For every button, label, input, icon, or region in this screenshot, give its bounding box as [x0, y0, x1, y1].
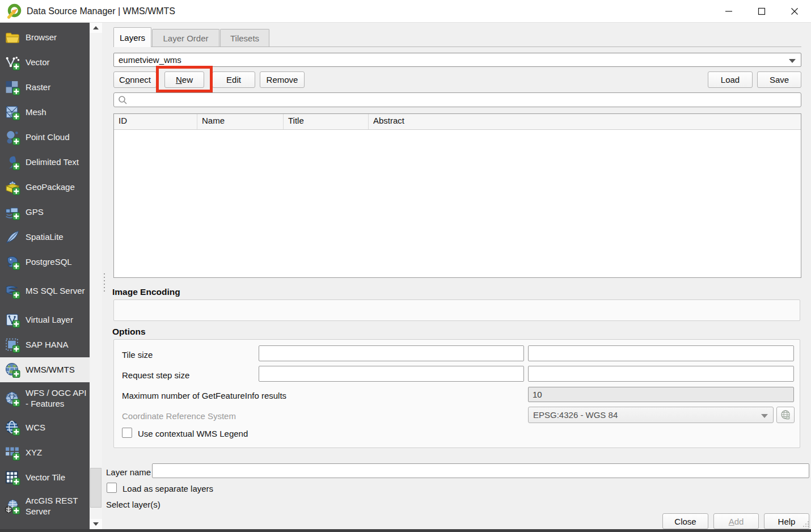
- sidebar-item-geopackage[interactable]: GeoPackage: [0, 175, 90, 200]
- tile-size-label: Tile size: [122, 350, 153, 360]
- close-icon: [790, 7, 799, 16]
- column-header-abstract[interactable]: Abstract: [369, 114, 801, 129]
- layer-name-input[interactable]: [152, 463, 809, 478]
- sap-hana-icon: [5, 337, 20, 353]
- minimize-button[interactable]: [712, 0, 745, 23]
- crs-select-button[interactable]: [776, 407, 795, 423]
- scroll-up-button[interactable]: [90, 23, 102, 33]
- connect-button[interactable]: Connect: [113, 71, 157, 88]
- mesh-icon: [5, 105, 20, 120]
- sidebar-scrollbar[interactable]: [90, 23, 102, 529]
- tile-size-width-input[interactable]: [259, 345, 524, 361]
- window-title: Data Source Manager | WMS/WMTS: [27, 6, 175, 16]
- column-header-name[interactable]: Name: [197, 114, 284, 129]
- use-contextual-wms-legend-label: Use contextual WMS Legend: [138, 429, 248, 438]
- mssql-icon: [5, 284, 20, 299]
- globe-icon: [780, 409, 791, 421]
- load-button[interactable]: Load: [708, 71, 753, 88]
- sidebar-item-raster[interactable]: Raster: [0, 75, 90, 100]
- splitter-handle[interactable]: [103, 272, 105, 293]
- folder-icon: [5, 30, 20, 45]
- sidebar-item-label: Point Cloud: [26, 132, 71, 143]
- resize-grip[interactable]: [802, 521, 809, 527]
- tab-divider: [113, 47, 801, 47]
- remove-button[interactable]: Remove: [260, 71, 305, 88]
- sidebar-item-label: GeoPackage: [26, 182, 76, 193]
- request-step-width-input[interactable]: [259, 366, 524, 382]
- request-step-height-input[interactable]: [528, 366, 794, 382]
- sidebar-item-wfs-ogc-api-features[interactable]: WFS / OGC API - Features: [0, 382, 90, 415]
- vector-icon: [5, 55, 20, 70]
- image-encoding-groupbox: [113, 299, 800, 321]
- sidebar-item-partial[interactable]: [0, 523, 90, 529]
- sidebar-item-ms-sql-server[interactable]: MS SQL Server: [0, 275, 90, 307]
- column-header-title[interactable]: Title: [284, 114, 369, 129]
- edit-button[interactable]: Edit: [212, 71, 255, 88]
- layer-name-label: Layer name: [106, 467, 151, 477]
- geopackage-icon: [5, 180, 20, 195]
- load-as-separate-layers-checkbox[interactable]: [107, 483, 117, 493]
- load-as-separate-layers-label: Load as separate layers: [123, 484, 213, 493]
- tab-tilesets[interactable]: Tilesets: [220, 29, 269, 47]
- image-encoding-heading: Image Encoding: [112, 287, 180, 297]
- select-layers-label: Select layer(s): [106, 500, 160, 509]
- sidebar-item-vector[interactable]: Vector: [0, 50, 90, 75]
- scroll-down-button[interactable]: [90, 519, 102, 529]
- sidebar-item-virtual-layer[interactable]: Virtual Layer: [0, 307, 90, 332]
- sidebar-item-label: GPS: [26, 207, 45, 218]
- sidebar-item-arcgis-rest-server[interactable]: ArcGIS REST Server: [0, 490, 90, 523]
- tab-layers[interactable]: Layers: [113, 27, 151, 47]
- qgis-logo-icon: [7, 3, 22, 19]
- use-contextual-wms-legend-checkbox[interactable]: [122, 428, 132, 438]
- sidebar-item-mesh[interactable]: Mesh: [0, 100, 90, 125]
- scrollbar-thumb[interactable]: [90, 468, 102, 508]
- sidebar-item-vector-tile[interactable]: Vector Tile: [0, 465, 90, 490]
- save-button[interactable]: Save: [757, 71, 801, 88]
- search-icon: [118, 95, 128, 105]
- tile-size-height-input[interactable]: [528, 345, 794, 361]
- sidebar-item-label: WCS: [26, 423, 47, 433]
- options-heading: Options: [112, 327, 146, 337]
- arcgis-icon: [5, 499, 20, 514]
- sidebar-item-spatialite[interactable]: SpatiaLite: [0, 225, 90, 250]
- sidebar-item-gps[interactable]: GPS: [0, 200, 90, 225]
- sidebar-item-wms-wmts[interactable]: WMS/WMTS: [0, 357, 90, 382]
- request-step-size-label: Request step size: [122, 370, 189, 380]
- maximize-button[interactable]: [745, 0, 778, 23]
- sidebar-item-label: PostgreSQL: [26, 257, 73, 268]
- scroll-up-icon: [93, 26, 99, 29]
- sidebar-item-point-cloud[interactable]: Point Cloud: [0, 125, 90, 150]
- server-connection-combo[interactable]: eumetview_wms: [113, 53, 801, 67]
- table-header-row: IDNameTitleAbstract: [114, 114, 801, 130]
- crs-combo[interactable]: EPSG:4326 - WGS 84: [528, 407, 774, 423]
- virtual-layer-icon: [5, 313, 20, 328]
- sidebar-item-label: Vector Tile: [26, 472, 66, 483]
- sidebar-item-wcs[interactable]: WCS: [0, 415, 90, 440]
- wfs-icon: [5, 391, 20, 407]
- sidebar-item-postgresql[interactable]: PostgreSQL: [0, 250, 90, 275]
- sidebar-item-label: XYZ: [26, 447, 43, 458]
- sidebar-item-xyz[interactable]: XYZ: [0, 440, 90, 465]
- close-button[interactable]: [778, 0, 811, 23]
- titlebar: Data Source Manager | WMS/WMTS: [0, 0, 811, 23]
- max-getfeatureinfo-input[interactable]: [528, 387, 794, 402]
- sidebar-item-label: Virtual Layer: [26, 315, 74, 326]
- sidebar-item-sap-hana[interactable]: SAP HANA: [0, 332, 90, 357]
- column-header-id[interactable]: ID: [114, 114, 197, 129]
- new-button[interactable]: New: [164, 71, 204, 88]
- sidebar-item-label: SAP HANA: [26, 340, 70, 351]
- add-button[interactable]: Add: [713, 513, 759, 529]
- postgresql-icon: [5, 255, 20, 270]
- sidebar-item-label: Browser: [26, 32, 58, 43]
- close-dialog-button[interactable]: Close: [662, 513, 708, 529]
- tab-layer-order[interactable]: Layer Order: [152, 29, 219, 47]
- wms-icon: [5, 362, 20, 378]
- crs-value: EPSG:4326 - WGS 84: [533, 410, 618, 420]
- delimited-text-icon: [5, 155, 20, 170]
- sidebar-item-browser[interactable]: Browser: [0, 25, 90, 50]
- point-cloud-icon: [5, 130, 20, 145]
- search-input[interactable]: [131, 94, 795, 106]
- layers-table[interactable]: IDNameTitleAbstract: [113, 113, 801, 278]
- server-connection-value: eumetview_wms: [119, 55, 181, 65]
- sidebar-item-delimited-text[interactable]: Delimited Text: [0, 150, 90, 175]
